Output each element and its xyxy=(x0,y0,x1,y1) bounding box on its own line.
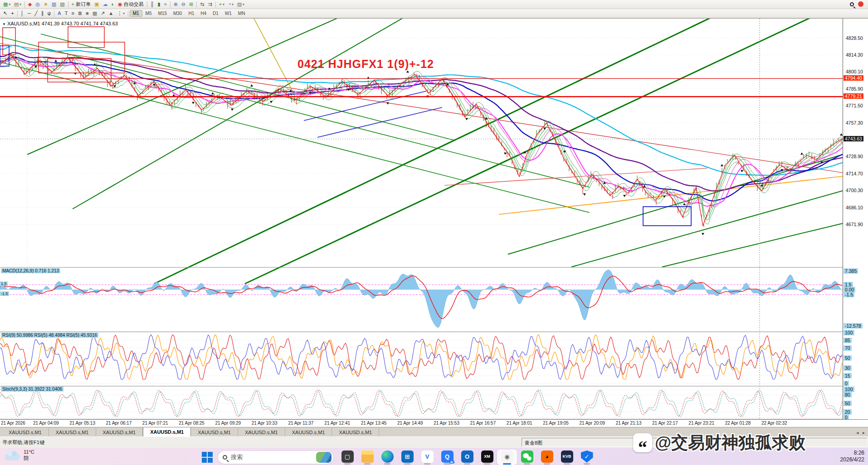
outlook[interactable]: O xyxy=(457,450,477,465)
price-axis-label: 4714.70 xyxy=(846,171,863,176)
signals-button[interactable]: ◐ xyxy=(109,0,116,9)
history-center-button[interactable]: ★ xyxy=(42,0,50,9)
strategy-tester-button[interactable]: ▧ xyxy=(58,0,66,9)
profiles-button[interactable]: ▤▾ xyxy=(12,0,23,9)
more-tools-dropdown-arrow[interactable]: ▾ xyxy=(123,12,125,15)
chart-tab-1[interactable]: XAUUSD.s,M1 xyxy=(2,428,49,436)
security-shield[interactable]: ✓ xyxy=(577,450,597,465)
taskbar-weather-widget[interactable]: 11°C 阴 xyxy=(5,449,34,461)
desktop-app[interactable]: ▢ xyxy=(337,450,357,465)
orange-app[interactable]: ◕ xyxy=(537,450,557,465)
timeframe-m15[interactable]: M15 xyxy=(155,10,170,17)
market-watch-button[interactable]: ◆ xyxy=(26,0,34,9)
new-order-button[interactable]: +新订单 xyxy=(70,0,93,9)
edge-browser[interactable] xyxy=(377,450,397,465)
desktop: ▦▾▤▾◆◎★▥▧+新订单▣☁◐◉自动交易║▮≈⊕⊖⊞⇆⇉+▾◔▾▨▾ ↖+│─… xyxy=(0,0,868,465)
depth-of-market-button[interactable]: ▣ xyxy=(93,0,101,9)
indicators-dropdown-arrow[interactable]: ▾ xyxy=(223,3,224,6)
tab-scroll-buttons[interactable]: ◂ ▸ xyxy=(856,430,866,435)
chart-tab-3[interactable]: XAUUSD.s,M1 xyxy=(96,428,143,436)
v-app[interactable]: V xyxy=(417,450,437,465)
chart-candles-button[interactable]: ▮ xyxy=(156,0,162,9)
search-daily-image[interactable] xyxy=(316,452,332,463)
equidistant-channel-button[interactable]: ∥ xyxy=(39,10,46,18)
time-axis[interactable]: 21 Apr 202621 Apr 04:0921 Apr 05:1321 Ap… xyxy=(0,419,868,427)
chart-bars-button[interactable]: ║ xyxy=(149,0,156,9)
crosshair-button[interactable]: + xyxy=(9,10,15,18)
timeframe-h1[interactable]: H1 xyxy=(185,10,197,17)
templates-dropdown-arrow[interactable]: ▾ xyxy=(243,3,244,6)
price-axis-label: 4785.90 xyxy=(846,86,863,92)
chart-line-button[interactable]: ≈ xyxy=(162,0,169,9)
price-axis-label: 4671.90 xyxy=(846,222,863,227)
shapes-pattern-button[interactable]: ▩ xyxy=(91,10,99,18)
timeframe-m1[interactable]: M1 xyxy=(130,10,142,17)
profiles-dropdown-arrow[interactable]: ▾ xyxy=(20,3,21,6)
navigator-button[interactable]: ◎ xyxy=(34,0,42,9)
stoch-indicator-label: Stoch(9,3,3) 31.3922 31.0406 xyxy=(1,387,63,392)
arrow-marker-button[interactable]: ▲ xyxy=(107,10,115,18)
tile-windows-button[interactable]: ⊞ xyxy=(187,0,195,9)
chart-tab-4[interactable]: XAUUSD.s,M1 xyxy=(143,427,191,436)
vertical-line-button[interactable]: │ xyxy=(19,10,26,18)
timeframe-m30[interactable]: M30 xyxy=(170,10,185,17)
rsi-axis-label: 85 xyxy=(844,338,852,343)
periods-button[interactable]: ◔▾ xyxy=(226,0,235,9)
taskbar-center: 搜索 ▢⊞VQAIOXM◉◕KVB✓ xyxy=(200,450,597,465)
vertical-grid-button[interactable]: ≣ xyxy=(76,10,84,18)
timeframe-w1[interactable]: W1 xyxy=(222,10,235,17)
start-button[interactable] xyxy=(200,450,214,464)
fibonacci-button[interactable]: ≡ xyxy=(69,10,76,18)
horizontal-line-button[interactable]: ─ xyxy=(26,10,33,18)
chart-tab-7[interactable]: XAUUSD.s,M1 xyxy=(285,428,332,436)
price-chart-canvas[interactable] xyxy=(0,19,843,420)
new-chart-dropdown-arrow[interactable]: ▾ xyxy=(9,3,10,6)
timeframe-h4[interactable]: H4 xyxy=(197,10,210,17)
wechat[interactable] xyxy=(517,450,537,465)
chart-tab-8[interactable]: XAUUSD.s,M1 xyxy=(332,428,379,436)
periods-dropdown-arrow[interactable]: ▾ xyxy=(232,3,234,6)
zoom-out-button[interactable]: ⊖ xyxy=(180,0,187,9)
text-tool-button[interactable]: A xyxy=(56,10,63,18)
data-window-icon: ▥ xyxy=(52,2,56,7)
andrews-pitchfork-button[interactable]: ψ xyxy=(45,10,53,18)
timeframe-m5[interactable]: M5 xyxy=(142,10,155,17)
cursor-button[interactable]: ↖ xyxy=(1,10,9,18)
autotrading-button[interactable]: ◉自动交易 xyxy=(116,0,146,9)
xm-trading[interactable]: XM xyxy=(477,450,497,465)
kvb-app[interactable]: KVB xyxy=(557,450,577,465)
quark-browser[interactable]: QAI xyxy=(437,450,457,465)
mql5-community-button[interactable]: ☁ xyxy=(101,0,109,9)
chart-shift-button[interactable]: ⇆ xyxy=(198,0,206,9)
search-box[interactable]: 搜索 xyxy=(218,450,334,464)
new-chart-button[interactable]: ▦▾ xyxy=(1,0,12,9)
zoom-in-button[interactable]: ⊕ xyxy=(172,0,180,9)
text-label-button[interactable]: T xyxy=(63,10,70,18)
shapes-rectangle-button[interactable]: ■ xyxy=(84,10,91,18)
microsoft-store[interactable]: ⊞ xyxy=(397,450,417,465)
templates-button[interactable]: ▨▾ xyxy=(235,0,246,9)
chart-autoscroll-button[interactable]: ⇉ xyxy=(206,0,214,9)
symbol-menu-arrow-icon[interactable]: ▼ xyxy=(2,22,6,26)
chart-tab-6[interactable]: XAUUSD.s,M1 xyxy=(238,428,285,436)
price-axis[interactable]: 4828.504814.304800.104785.904771.504757.… xyxy=(843,19,868,420)
arrow-line-button[interactable]: ↗ xyxy=(99,10,107,18)
magnifier-overlay-icon[interactable] xyxy=(850,2,854,6)
more-tools-button[interactable]: ⋮▾ xyxy=(115,10,127,18)
record-indicator-icon[interactable] xyxy=(858,1,863,7)
trendline-button[interactable]: ╱ xyxy=(33,10,39,18)
timeframe-d1[interactable]: D1 xyxy=(210,10,222,17)
taskbar-clock[interactable]: 8:26 2026/4/22 xyxy=(840,450,864,463)
macd-indicator-label: MACD(12,26,9) 0.716 1.213 xyxy=(1,268,60,273)
status-cell-empty-2 xyxy=(754,438,867,447)
chart-tab-5[interactable]: XAUUSD.s,M1 xyxy=(191,428,238,436)
chart-window[interactable]: ▼XAUUSD.s,M1 4741.39 4743.70 4741.74 474… xyxy=(0,18,868,419)
data-window-button[interactable]: ▥ xyxy=(50,0,58,9)
chart-tab-2[interactable]: XAUUSD.s,M1 xyxy=(49,428,96,436)
rsi-axis-label: 0 xyxy=(844,381,849,386)
emblem-app[interactable]: ◉ xyxy=(497,450,517,465)
file-explorer[interactable] xyxy=(357,450,377,465)
weather-temperature: 11°C xyxy=(24,449,34,455)
indicators-button[interactable]: +▾ xyxy=(217,0,226,9)
timeframe-mn[interactable]: MN xyxy=(235,10,249,17)
